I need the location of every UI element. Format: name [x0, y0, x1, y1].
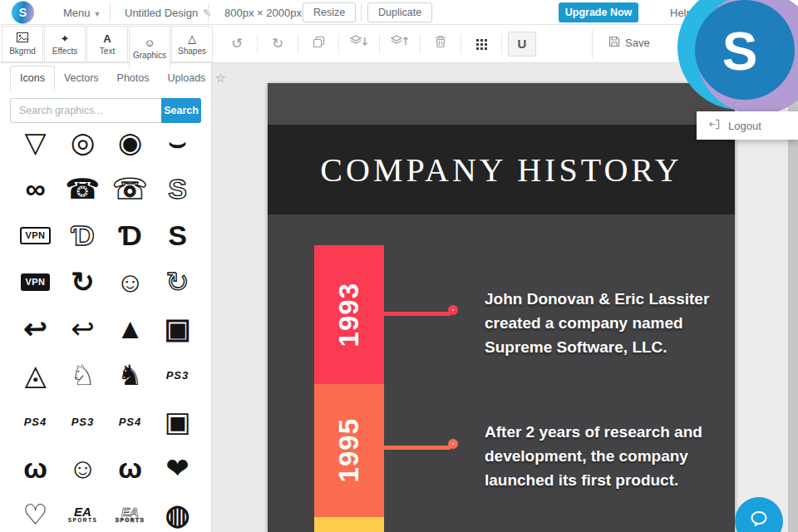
grid-view-button[interactable] [467, 32, 495, 57]
chevron-down-icon: ▼ [94, 9, 101, 17]
tab-text[interactable]: A Text [86, 26, 128, 62]
canvas-top-band [268, 83, 735, 125]
design-title[interactable]: Untitled Design✎ [125, 6, 211, 18]
trash-icon [435, 35, 446, 52]
layer-down-icon [350, 35, 368, 52]
tab-graphics[interactable]: ☺ Graphics [129, 26, 170, 69]
panel-tabs: Bkgrnd ✦ Effects A Text ☺ Graphics △ Sha… [2, 26, 214, 69]
u-turn-arrow-thin-icon[interactable]: ↩ [59, 309, 106, 347]
timeline-segment-next[interactable] [314, 517, 384, 532]
app-window: S Menu▼ Untitled Design✎ 800px × 2000px … [0, 0, 798, 532]
ps3-logo-2-icon[interactable]: PS3 [59, 402, 106, 441]
top-header-bar: S Menu▼ Untitled Design✎ 800px × 2000px … [0, 0, 798, 25]
letter-s-filled-icon[interactable]: S [154, 216, 201, 254]
copy-icon [313, 36, 325, 52]
timeline-dot-1995 [448, 439, 458, 449]
ea-sports-logo-outline-icon[interactable]: EASPORTS [106, 495, 154, 532]
speedy-d-filled-icon[interactable]: Ɗ [106, 216, 154, 254]
redo-icon: ↻ [272, 35, 283, 52]
vpn-badge-filled-icon[interactable]: VPN [12, 263, 59, 301]
timeline-connector-1995 [384, 446, 451, 450]
chat-bubble-icon [748, 510, 770, 532]
menu-button[interactable]: Menu▼ [63, 6, 101, 18]
ps4-logo-icon[interactable]: PS4 [12, 402, 59, 441]
graphics-sidebar: Icons Vectors Photos Uploads ☆ Search ▽◎… [0, 63, 212, 532]
heart-puzzle-outline-icon[interactable]: ♡ [12, 495, 59, 532]
heart-puzzle-filled-icon[interactable]: ❤ [154, 449, 201, 487]
ea-sports-logo-filled-icon[interactable]: EASPORTS [59, 495, 106, 532]
text-icon: A [103, 32, 111, 45]
canvas-title-text[interactable]: COMPANY HISTORY [320, 150, 682, 190]
vpn-badge-outline-icon[interactable]: VPN [12, 216, 59, 254]
avatar[interactable]: S [695, 0, 795, 100]
bring-forward-button[interactable] [386, 32, 414, 57]
header-divider [110, 3, 111, 22]
phone-forward-outline-icon[interactable]: ☎ [106, 170, 154, 208]
canvas-dimensions: 800px × 2000px [224, 6, 302, 18]
header-divider [361, 3, 362, 22]
panda-kiss-face-2-icon[interactable]: ☺ [59, 449, 106, 487]
chain-link-icon[interactable]: ∞ [12, 170, 59, 208]
tab-effects[interactable]: ✦ Effects [44, 26, 86, 62]
tab-uploads[interactable]: Uploads [159, 66, 215, 90]
death-star-globe-icon[interactable]: ◍ [154, 495, 201, 532]
timeline-entry-1993[interactable]: John Donovan & Eric Lassiter created a c… [485, 287, 717, 359]
phone-forward-filled-icon[interactable]: ☎ [59, 170, 106, 208]
bird-head-filled-icon[interactable]: ♞ [106, 356, 154, 394]
year-label: 1995 [333, 418, 365, 482]
timeline-segment-1993[interactable]: 1993 [314, 245, 384, 384]
logout-icon [708, 118, 721, 134]
interlocked-square-icon[interactable]: ▣ [154, 309, 201, 347]
speedy-d-outline-icon[interactable]: Ɗ [59, 216, 106, 254]
canvas-title-band[interactable]: COMPANY HISTORY [268, 125, 735, 214]
grid-icon [475, 38, 487, 50]
u-turn-arrow-bold-icon[interactable]: ↩ [12, 309, 59, 347]
logout-menu-item[interactable]: Logout [728, 120, 761, 132]
snap-magnet-button[interactable]: U [508, 32, 536, 57]
toolbar-divider [592, 30, 593, 58]
ps4-logo-2-icon[interactable]: PS4 [106, 402, 154, 441]
search-bar: Search [0, 93, 211, 130]
search-input[interactable] [10, 98, 161, 123]
duplicate-button[interactable]: Duplicate [367, 2, 432, 22]
bird-head-outline-icon[interactable]: ♘ [59, 356, 106, 394]
refresh-arrow-outline-icon[interactable]: ↻ [154, 263, 201, 301]
fanged-mouth-outline-icon[interactable]: ω [12, 449, 59, 487]
background-image-icon [17, 32, 28, 45]
timeline-column[interactable]: 1993 1995 [314, 245, 384, 532]
fanged-mouth-filled-icon[interactable]: ω [106, 449, 154, 487]
interlocked-square-outline-icon[interactable]: ▣ [154, 402, 201, 441]
undo-icon: ↺ [231, 35, 243, 52]
duplicate-element-button[interactable] [304, 32, 332, 57]
resize-button[interactable]: Resize [303, 2, 356, 22]
refresh-arrow-filled-icon[interactable]: ↻ [59, 263, 106, 301]
letter-s-outline-icon[interactable]: S [154, 170, 201, 208]
save-disk-icon [608, 36, 620, 50]
tab-shapes[interactable]: △ Shapes [171, 26, 213, 62]
tab-vectors[interactable]: Vectors [55, 66, 108, 90]
eye-pyramid-outline-icon[interactable]: ◬ [12, 356, 59, 394]
timeline-entry-1995[interactable]: After 2 years of research and developmen… [485, 420, 717, 492]
header-divider [208, 3, 209, 22]
favorites-star-icon[interactable]: ☆ [214, 71, 225, 86]
undo-button[interactable]: ↺ [223, 32, 251, 57]
tab-photos[interactable]: Photos [108, 66, 159, 90]
ps3-logo-icon[interactable]: PS3 [154, 356, 201, 394]
timeline-segment-1995[interactable]: 1995 [314, 384, 384, 517]
timeline-dot-1993 [448, 305, 458, 315]
panda-kiss-face-icon[interactable]: ☺ [106, 263, 154, 301]
delete-button[interactable] [426, 32, 455, 57]
tab-bkgrnd[interactable]: Bkgrnd [2, 26, 43, 62]
save-button[interactable]: Save [602, 32, 657, 54]
icon-grid: ▽◎◉⌣∞☎☎SVPNƊƊSVPN↻☺↻↩↩▲▣◬♘♞PS3PS4PS3PS4▣… [0, 123, 211, 532]
send-backward-button[interactable] [345, 32, 373, 57]
upgrade-now-button[interactable]: Upgrade Now [559, 2, 638, 22]
design-canvas[interactable]: COMPANY HISTORY 1993 1995 John Donovan &… [268, 83, 735, 532]
eye-pyramid-filled-icon[interactable]: ▲ [106, 309, 154, 347]
search-button[interactable]: Search [161, 98, 201, 123]
app-logo[interactable]: S [12, 1, 34, 23]
magic-wand-icon: ✦ [61, 32, 70, 45]
year-label: 1993 [333, 283, 365, 347]
redo-button[interactable]: ↻ [264, 32, 292, 57]
tab-icons[interactable]: Icons [10, 66, 55, 91]
